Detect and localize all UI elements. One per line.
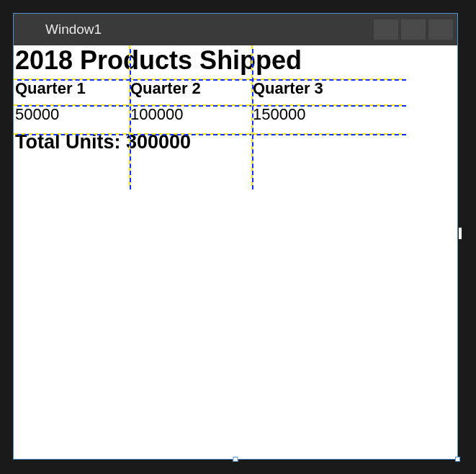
total-units: Total Units: 300000 (14, 130, 403, 158)
minimize-button[interactable] (374, 19, 398, 40)
grid-row-headers: Quarter 1 Quarter 2 Quarter 3 (14, 78, 403, 102)
layout-grid[interactable]: 2018 Products Shipped Quarter 1 Quarter … (14, 45, 403, 158)
window-titlebar: Window1 (14, 14, 457, 45)
resize-handle-right[interactable] (459, 228, 462, 239)
page-title: 2018 Products Shipped (14, 45, 403, 78)
maximize-button[interactable] (401, 19, 426, 40)
window-client-area[interactable]: 2018 Products Shipped Quarter 1 Quarter … (14, 45, 457, 459)
resize-handle-bottom[interactable] (233, 457, 238, 462)
designer-window-selection[interactable]: Window1 2018 Products Shipped Quarter 1 … (13, 13, 458, 460)
value-quarter-1: 50000 (14, 102, 129, 130)
close-button[interactable] (428, 19, 453, 40)
window-caption-buttons (374, 19, 453, 40)
resize-handle-bottom-right[interactable] (455, 457, 460, 462)
value-quarter-3: 150000 (251, 102, 403, 130)
grid-row-title: 2018 Products Shipped (14, 45, 403, 78)
header-quarter-3: Quarter 3 (251, 78, 403, 102)
value-quarter-2: 100000 (129, 102, 251, 130)
header-quarter-1: Quarter 1 (14, 78, 129, 102)
grid-row-data: 50000 100000 150000 (14, 102, 403, 130)
window-title: Window1 (45, 22, 102, 37)
header-quarter-2: Quarter 2 (129, 78, 251, 102)
grid-row-total: Total Units: 300000 (14, 130, 403, 158)
